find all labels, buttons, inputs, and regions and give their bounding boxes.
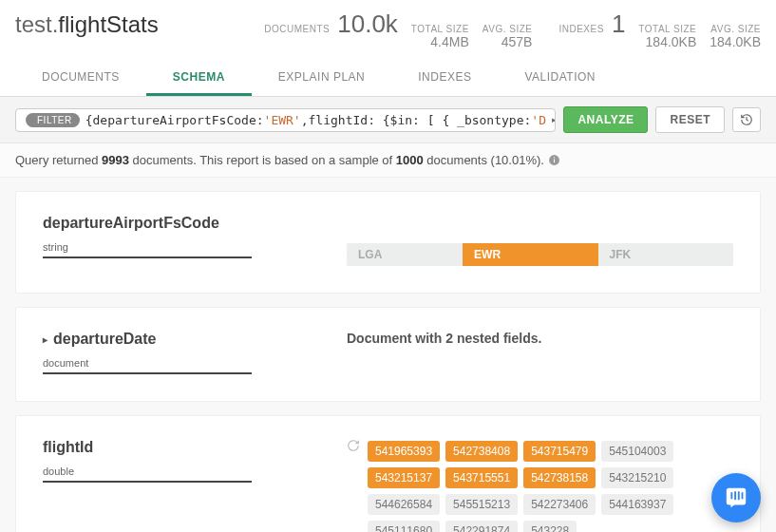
filter-query-part: {departureAirportFsCode: xyxy=(85,113,264,127)
tab-schema[interactable]: SCHEMA xyxy=(146,61,252,96)
value-chip[interactable]: 545515213 xyxy=(445,494,518,515)
value-chip[interactable]: 542738158 xyxy=(523,467,596,488)
filter-badge-label: FILTER xyxy=(37,115,72,125)
tab-explain-plan[interactable]: EXPLAIN PLAN xyxy=(252,61,391,96)
filter-query-string: 'EWR' xyxy=(264,113,301,127)
sample-count: 1000 xyxy=(396,153,424,167)
value-chip[interactable]: 542273406 xyxy=(523,494,596,515)
type-bar xyxy=(43,481,252,483)
value-chip[interactable]: 542291874 xyxy=(445,521,518,532)
type-bar xyxy=(43,372,252,374)
idx-avgsize-label: AVG. SIZE xyxy=(710,24,761,34)
analyze-button[interactable]: ANALYZE xyxy=(563,106,648,133)
value-chip[interactable]: 543715479 xyxy=(523,441,596,462)
value-chip[interactable]: 543715551 xyxy=(445,467,518,488)
field-type: string xyxy=(43,241,309,253)
tab-documents[interactable]: DOCUMENTS xyxy=(15,61,146,96)
docs-totalsize-value: 4.4MB xyxy=(430,34,468,49)
field-type: double xyxy=(43,466,309,477)
value-chip[interactable]: 543215210 xyxy=(601,467,673,488)
value-chip[interactable]: 542738408 xyxy=(445,441,518,462)
history-button[interactable] xyxy=(732,107,761,132)
tabs: DOCUMENTS SCHEMA EXPLAIN PLAN INDEXES VA… xyxy=(15,61,761,96)
value-segment-LGA[interactable]: LGA xyxy=(347,243,463,266)
value-chip[interactable]: 544163937 xyxy=(601,494,673,515)
tab-validation[interactable]: VALIDATION xyxy=(498,61,622,96)
value-segment-EWR[interactable]: EWR xyxy=(463,243,597,266)
idx-totalsize-label: TOTAL SIZE xyxy=(638,24,696,34)
documents-label: DOCUMENTS xyxy=(264,24,330,34)
schema-field-flightId: flightId double 541965393542738408543715… xyxy=(15,415,761,532)
query-summary: Query returned 9993 documents. This repo… xyxy=(0,143,776,178)
field-name[interactable]: flightId xyxy=(43,439,309,456)
value-chip[interactable]: 545111680 xyxy=(368,521,440,532)
docs-totalsize-label: TOTAL SIZE xyxy=(411,24,469,34)
indexes-label: INDEXES xyxy=(558,24,603,34)
intercom-icon xyxy=(724,485,748,510)
idx-avgsize-value: 184.0KB xyxy=(710,34,761,49)
idx-totalsize-value: 184.0KB xyxy=(646,34,697,49)
expand-icon[interactable]: ▸ xyxy=(43,334,47,345)
db-prefix: test. xyxy=(15,11,58,37)
field-name-label: departureDate xyxy=(53,331,156,348)
query-count: 9993 xyxy=(102,153,129,167)
field-type: document xyxy=(43,357,309,369)
documents-count: 10.0k xyxy=(337,11,398,36)
svg-rect-7 xyxy=(554,159,555,162)
indexes-count: 1 xyxy=(612,11,625,36)
resample-icon[interactable] xyxy=(347,439,360,532)
value-chip[interactable]: 541965393 xyxy=(368,441,440,462)
value-chip[interactable]: 543228 xyxy=(523,521,577,532)
filter-query-string: 'D xyxy=(531,113,546,127)
schema-field-departureDate: ▸ departureDate document Document with 2… xyxy=(15,307,761,402)
reset-button[interactable]: RESET xyxy=(655,106,725,133)
value-chip[interactable]: 545104003 xyxy=(601,441,673,462)
intercom-button[interactable] xyxy=(711,473,761,522)
tab-indexes[interactable]: INDEXES xyxy=(391,61,498,96)
filter-query-part: ,flightId: {$in: [ { _bsontype: xyxy=(301,113,532,127)
info-icon[interactable] xyxy=(548,154,560,166)
type-bar xyxy=(43,256,252,258)
history-icon xyxy=(740,113,753,126)
value-chip[interactable]: 543215137 xyxy=(368,467,440,488)
docs-avgsize-label: AVG. SIZE xyxy=(483,24,533,34)
namespace-title: test.flightStats xyxy=(15,11,159,38)
collection-name: flightStats xyxy=(58,11,158,37)
filter-badge: FILTER xyxy=(26,113,80,127)
field-name[interactable]: departureAirportFsCode xyxy=(43,215,309,232)
filter-options-toggle[interactable]: ▸OPTIONS xyxy=(552,114,556,125)
nested-fields-message: Document with 2 nested fields. xyxy=(347,331,733,346)
value-segment-JFK[interactable]: JFK xyxy=(598,243,733,266)
docs-avgsize-value: 457B xyxy=(502,34,533,49)
schema-field-departureAirportFsCode: departureAirportFsCode string LGAEWRJFK xyxy=(15,191,761,294)
value-chip[interactable]: 544626584 xyxy=(368,494,440,515)
field-name[interactable]: ▸ departureDate xyxy=(43,331,309,348)
filter-input[interactable]: FILTER {departureAirportFsCode: 'EWR' ,f… xyxy=(15,108,556,132)
svg-rect-8 xyxy=(554,157,555,158)
value-chips: 5419653935427384085437154795451040035432… xyxy=(368,441,733,532)
value-distribution-bar: LGAEWRJFK xyxy=(347,243,733,266)
